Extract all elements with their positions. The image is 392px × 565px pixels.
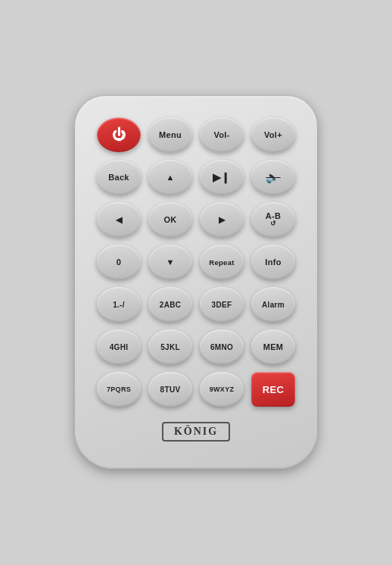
repeat-label: Repeat	[209, 258, 234, 267]
three-button[interactable]: 3DEF	[200, 287, 244, 322]
down-icon: ▼	[166, 258, 174, 267]
nine-button[interactable]: 9WXYZ	[200, 372, 244, 407]
row-7: 7PQRS 8TUV 9WXYZ REC	[97, 372, 295, 407]
vol-plus-label: Vol+	[264, 130, 282, 139]
row-5: 1.-/ 2ABC 3DEF Alarm	[97, 287, 295, 322]
seven-button[interactable]: 7PQRS	[97, 372, 141, 407]
rec-button[interactable]: REC	[251, 372, 295, 407]
mem-button[interactable]: MEM	[251, 329, 295, 364]
back-label: Back	[108, 173, 129, 182]
five-button[interactable]: 5JKL	[148, 329, 192, 364]
row-1: ⏻ Menu Vol- Vol+	[97, 117, 295, 152]
menu-label: Menu	[159, 130, 182, 139]
four-label: 4GHI	[110, 343, 129, 351]
menu-button[interactable]: Menu	[148, 117, 192, 152]
left-button[interactable]: ◀	[97, 202, 141, 237]
row-6: 4GHI 5JKL 6MNO MEM	[97, 329, 295, 364]
six-label: 6MNO	[210, 343, 233, 351]
zero-button[interactable]: 0	[97, 245, 141, 279]
ab-repeat-icon: ↺	[270, 220, 276, 227]
repeat-button[interactable]: Repeat	[200, 245, 244, 279]
eight-button[interactable]: 8TUV	[148, 372, 192, 407]
vol-minus-label: Vol-	[213, 130, 229, 139]
row-4: 0 ▼ Repeat Info	[97, 245, 295, 279]
two-label: 2ABC	[160, 301, 181, 309]
ab-button[interactable]: A-B ↺	[251, 202, 295, 237]
one-button[interactable]: 1.-/	[97, 287, 141, 322]
power-button[interactable]: ⏻	[97, 117, 141, 152]
brand-area: KÖNIG	[162, 422, 230, 442]
nine-label: 9WXYZ	[210, 386, 235, 393]
right-icon: ▶	[219, 215, 225, 225]
up-button[interactable]: ▲	[148, 160, 192, 195]
eight-label: 8TUV	[160, 386, 181, 394]
left-icon: ◀	[116, 215, 122, 225]
two-button[interactable]: 2ABC	[148, 287, 192, 322]
info-button[interactable]: Info	[251, 245, 295, 279]
ok-button[interactable]: OK	[148, 202, 192, 237]
one-label: 1.-/	[113, 301, 125, 309]
alarm-label: Alarm	[262, 301, 285, 309]
zero-label: 0	[117, 258, 121, 267]
vol-plus-button[interactable]: Vol+	[251, 117, 295, 152]
up-icon: ▲	[166, 173, 174, 182]
play-pause-button[interactable]: ▶❙	[200, 160, 244, 195]
info-label: Info	[265, 258, 281, 267]
right-button[interactable]: ▶	[200, 202, 244, 237]
row-2: Back ▲ ▶❙ 🔈	[97, 160, 295, 195]
three-label: 3DEF	[212, 301, 232, 309]
mem-label: MEM	[263, 342, 284, 351]
vol-minus-button[interactable]: Vol-	[200, 117, 244, 152]
six-button[interactable]: 6MNO	[200, 329, 244, 364]
ok-label: OK	[163, 215, 176, 224]
brand-label: KÖNIG	[174, 426, 218, 438]
remote-control: ⏻ Menu Vol- Vol+ Back ▲ ▶❙ 🔈 ◀ OK	[75, 96, 317, 469]
mute-icon: 🔈	[266, 170, 280, 184]
seven-label: 7PQRS	[107, 386, 131, 393]
power-icon: ⏻	[112, 127, 126, 143]
row-3: ◀ OK ▶ A-B ↺	[97, 202, 295, 237]
play-pause-icon: ▶❙	[213, 171, 231, 183]
rec-label: REC	[263, 384, 284, 395]
five-label: 5JKL	[160, 343, 180, 351]
back-button[interactable]: Back	[97, 160, 141, 195]
down-button[interactable]: ▼	[148, 245, 192, 279]
alarm-button[interactable]: Alarm	[251, 287, 295, 322]
mute-button[interactable]: 🔈	[251, 160, 295, 195]
four-button[interactable]: 4GHI	[97, 329, 141, 364]
